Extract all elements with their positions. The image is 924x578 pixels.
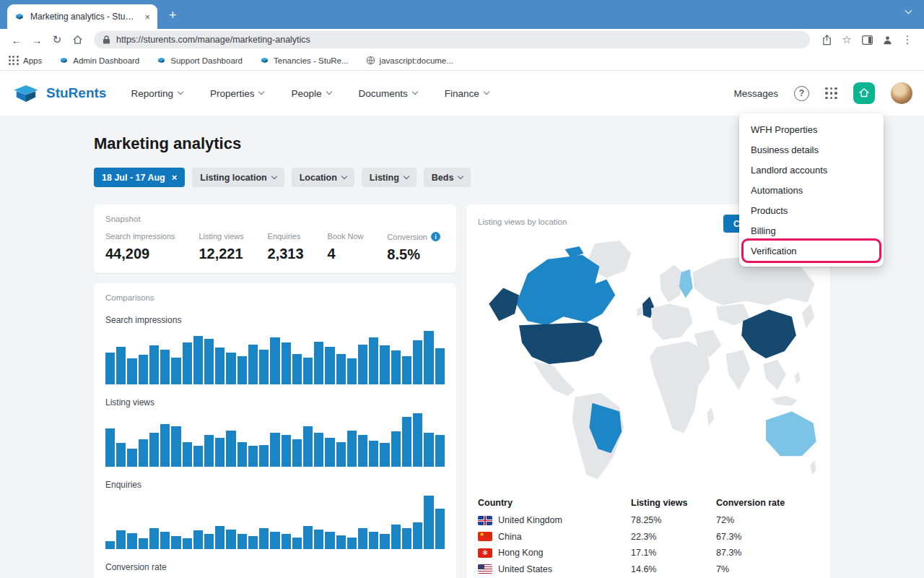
- side-panel-icon[interactable]: [858, 31, 876, 48]
- profile-icon[interactable]: [878, 31, 897, 48]
- map-region-southeast-asia: [763, 360, 786, 390]
- filter-bar: 18 Jul - 17 Aug× Listing location Locati…: [94, 168, 830, 187]
- chevron-down-icon: [326, 89, 331, 95]
- reload-icon[interactable]: ↻: [48, 31, 66, 48]
- map-region-japan: [802, 303, 815, 328]
- new-tab-button[interactable]: +: [169, 9, 177, 22]
- user-avatar[interactable]: [891, 82, 912, 104]
- menu-item-billing[interactable]: Billing: [739, 220, 884, 241]
- menu-item-products[interactable]: Products: [739, 200, 884, 220]
- chevron-down-icon: [271, 173, 276, 178]
- menu-item-landlord-accounts[interactable]: Landlord accounts: [739, 160, 884, 180]
- map-region-europe: [651, 303, 693, 340]
- uk-flag-icon: [478, 516, 492, 525]
- menu-item-automations[interactable]: Automations: [739, 180, 884, 200]
- map-region-madagascar: [707, 407, 715, 426]
- browser-tab[interactable]: Marketing analytics - StuRents ×: [7, 4, 157, 29]
- browser-toolbar: ← → ↻ https://sturents.com/manage/market…: [0, 29, 924, 51]
- map-region-philippines: [795, 371, 801, 384]
- section-conversion-rate: Conversion rate: [105, 562, 445, 578]
- share-icon[interactable]: [817, 31, 836, 48]
- metric-book-now: Book Now 4: [327, 232, 363, 263]
- bookmark-tenancies[interactable]: Tenancies - StuRe...: [260, 56, 349, 65]
- chevron-down-icon: [258, 89, 264, 95]
- filter-location[interactable]: Location: [292, 168, 354, 187]
- sturents-favicon: [14, 12, 25, 21]
- address-bar[interactable]: https://sturents.com/manage/marketing-an…: [94, 31, 810, 48]
- snapshot-metrics: Search impressions 44,209 Listing views …: [105, 232, 445, 263]
- map-region-new-zealand: [811, 460, 816, 475]
- tab-title: Marketing analytics - StuRents: [30, 12, 139, 22]
- bookmark-label: Admin Dashboard: [73, 56, 139, 65]
- globe-icon: [366, 56, 375, 65]
- us-flag-icon: [478, 564, 492, 574]
- bookmark-support-dashboard[interactable]: Support Dashboard: [157, 56, 243, 65]
- back-icon[interactable]: ←: [7, 31, 26, 48]
- tab-close-icon[interactable]: ×: [144, 12, 150, 22]
- sturents-logo[interactable]: StuRents: [12, 82, 106, 105]
- date-range-chip[interactable]: 18 Jul - 17 Aug×: [94, 168, 185, 187]
- sturents-favicon: [157, 56, 166, 64]
- snapshot-title: Snapshot: [105, 215, 445, 223]
- metric-listing-views: Listing views 12,221: [199, 232, 243, 263]
- map-region-india: [725, 350, 750, 390]
- bookmark-label: Apps: [23, 56, 42, 65]
- window-chevron-down-icon[interactable]: [901, 4, 911, 17]
- menu-item-wfh-properties[interactable]: WFH Properties: [739, 119, 884, 139]
- messages-link[interactable]: Messages: [733, 88, 778, 99]
- info-icon[interactable]: i: [431, 232, 440, 241]
- map-region-alaska: [489, 288, 519, 322]
- account-dropdown-menu: WFH Properties Business details Landlord…: [739, 113, 884, 267]
- map-region-africa: [650, 341, 710, 433]
- map-region-indonesia: [772, 396, 798, 406]
- search-impressions-bar-chart: [105, 331, 445, 384]
- menu-item-verification[interactable]: Verification: [739, 241, 884, 261]
- bookmark-apps[interactable]: Apps: [9, 56, 42, 66]
- nav-reporting[interactable]: Reporting: [131, 88, 183, 99]
- apps-launcher-icon[interactable]: [825, 87, 837, 100]
- world-map: [478, 235, 819, 486]
- remove-filter-icon[interactable]: ×: [172, 172, 178, 183]
- map-region-mexico: [533, 361, 575, 396]
- bookmark-label: Tenancies - StuRe...: [274, 56, 349, 65]
- nav-finance[interactable]: Finance: [445, 88, 489, 99]
- chart-label: Conversion rate: [105, 562, 445, 572]
- sturents-favicon: [260, 56, 269, 64]
- browser-menu-icon[interactable]: ⋮: [898, 31, 917, 48]
- map-region-united-states: [519, 322, 602, 364]
- table-row: China 22.3% 67.3%: [478, 529, 819, 545]
- country-table: Country Listing views Conversion rate Un…: [478, 493, 819, 578]
- nav-people[interactable]: People: [291, 88, 331, 99]
- site-header: StuRents Reporting Properties People Doc…: [0, 71, 924, 116]
- china-flag-icon: [478, 532, 492, 541]
- map-region-ireland: [637, 306, 642, 316]
- section-listing-views: Listing views: [105, 397, 445, 467]
- nav-properties[interactable]: Properties: [210, 88, 264, 99]
- menu-item-business-details[interactable]: Business details: [739, 139, 884, 160]
- table-header-row: Country Listing views Conversion rate: [478, 493, 819, 512]
- home-icon[interactable]: [68, 31, 87, 48]
- table-row: United Kingdom 78.25% 72%: [478, 512, 819, 529]
- help-icon[interactable]: ?: [794, 86, 809, 101]
- filter-beds[interactable]: Beds: [424, 168, 471, 187]
- filter-listing-location[interactable]: Listing location: [192, 168, 284, 187]
- bookmark-label: javascript:docume...: [380, 56, 453, 65]
- filter-listing[interactable]: Listing: [362, 168, 417, 187]
- forward-icon[interactable]: →: [27, 31, 46, 48]
- chart-label: Listing views: [105, 397, 445, 407]
- metric-search-impressions: Search impressions 44,209: [105, 232, 175, 263]
- table-row: United States 14.6% 7%: [478, 561, 819, 578]
- page-title: Marketing analytics: [94, 116, 830, 153]
- sturents-favicon: [59, 56, 69, 64]
- metric-enquiries: Enquiries 2,313: [268, 232, 304, 263]
- brand-name: StuRents: [46, 85, 106, 101]
- bookmark-admin-dashboard[interactable]: Admin Dashboard: [59, 56, 139, 65]
- url-text: https://sturents.com/manage/marketing-an…: [116, 35, 310, 45]
- account-settings-icon[interactable]: [853, 82, 875, 104]
- nav-documents[interactable]: Documents: [359, 88, 417, 99]
- bookmark-javascript[interactable]: javascript:docume...: [366, 56, 453, 65]
- bookmark-label: Support Dashboard: [170, 56, 243, 65]
- comparisons-card: Comparisons Search impressions Listing v…: [94, 283, 456, 578]
- bookmark-star-icon[interactable]: ☆: [837, 31, 856, 48]
- chart-label: Search impressions: [105, 315, 445, 325]
